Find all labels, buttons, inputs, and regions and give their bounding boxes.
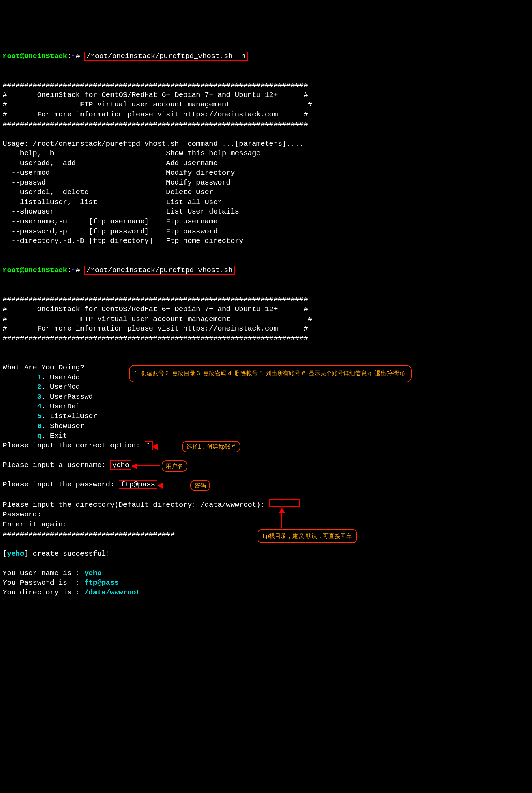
prompt-user-host-2: root@OneinStack — [3, 266, 67, 274]
usage-l1a: --help, -h — [3, 149, 54, 157]
annotation-menu-items: 1. 创建账号 2. 更改目录 3. 更改密码 4. 删除帐号 5. 列出所有账… — [129, 365, 412, 382]
usage-l2a: --useradd,--add — [3, 159, 76, 167]
enter-again: Enter it again: — [3, 520, 72, 528]
usage-l7a: --showuser — [3, 208, 54, 216]
usage-l10b: Ftp home directory — [166, 237, 243, 245]
menu-item-2-num: 2 — [37, 383, 42, 391]
annotation-username-pill: 用户名 — [162, 460, 187, 472]
menu-header: What Are You Doing? — [3, 364, 84, 371]
banner-line1-prefix: # — [3, 91, 37, 99]
banner-line3-suffix: # — [278, 111, 308, 118]
menu-item-3-num: 3 — [37, 393, 42, 401]
banner2-line1-suffix: # — [278, 305, 308, 313]
result-username-value: yeho — [84, 569, 101, 577]
arrow-option-icon — [153, 446, 180, 446]
command-1[interactable]: /root/oneinstack/pureftpd_vhost.sh -h — [84, 52, 247, 61]
result-directory-value: /data/wwwroot — [84, 589, 140, 597]
banner2-line3-prefix: # — [3, 325, 37, 333]
banner-line1-text: OneinStack for CentOS/RedHat 6+ Debian 7… — [37, 91, 278, 99]
prompt-colon: : — [67, 52, 72, 60]
result-hashline: ######################################## — [3, 530, 175, 538]
menu-item-q-num: q — [37, 432, 42, 440]
annotation-password-pill: 密码 — [190, 480, 210, 491]
prompt-path-2: ~ — [72, 266, 76, 274]
password-input[interactable]: ftp@pass — [119, 480, 157, 489]
banner2-line3-text: For more information please visit https:… — [37, 325, 278, 333]
usage-l4b: Modify password — [166, 179, 231, 187]
success-open: [ — [3, 550, 7, 558]
arrow-directory-icon — [281, 508, 282, 528]
banner2-line2-prefix: # — [3, 315, 80, 323]
arrow-password-icon — [158, 485, 189, 485]
menu-item-5-num: 5 — [37, 412, 42, 420]
usage-l9b: Ftp password — [166, 227, 218, 235]
option-prompt: Please input the correct option: — [3, 442, 145, 450]
banner2-line2-suffix: # — [231, 315, 312, 323]
menu-item-3-label: UserPasswd — [50, 393, 93, 401]
menu-item-6-num: 6 — [37, 422, 42, 430]
success-user: yeho — [7, 550, 24, 558]
banner-line3-prefix: # — [3, 111, 37, 118]
usage-l8a: --username,-u [ftp username] — [3, 218, 149, 225]
command-2[interactable]: /root/oneinstack/pureftpd_vhost.sh — [84, 266, 234, 275]
password-prompt: Please input the password: — [3, 481, 119, 488]
arrow-username-icon — [132, 465, 160, 466]
directory-prompt: Please input the directory(Default direc… — [3, 501, 269, 509]
username-input[interactable]: yeho — [110, 460, 131, 470]
prompt-hash: # — [76, 52, 84, 60]
banner-line3-text: For more information please visit https:… — [37, 111, 278, 118]
menu-item-6-label: ShowUser — [50, 422, 85, 430]
banner2-line1-text: OneinStack for CentOS/RedHat 6+ Debian 7… — [37, 305, 278, 313]
banner-hashline-top: ########################################… — [3, 81, 308, 89]
result-username-label: You user name is : — [3, 569, 84, 577]
menu-item-4-label: UserDel — [50, 402, 80, 410]
usage-header: Usage: /root/oneinstack/pureftpd_vhost.s… — [3, 140, 304, 148]
usage-l3b: Modify directory — [166, 169, 235, 177]
usage-l5a: --userdel,--delete — [3, 188, 89, 196]
banner2-hashline-top: ########################################… — [3, 295, 308, 303]
menu-item-1-label: UserAdd — [50, 373, 80, 381]
usage-l8b: Ftp username — [166, 218, 218, 225]
password-label: Password: — [3, 511, 46, 518]
banner2-line1-prefix: # — [3, 305, 37, 313]
result-directory-label: You directory is : — [3, 589, 84, 597]
menu-item-4-num: 4 — [37, 402, 42, 410]
result-password-label: You Password is : — [3, 579, 84, 587]
annotation-option-pill: 选择1，创建ftp账号 — [182, 441, 240, 452]
menu-item-2-label: UserMod — [50, 383, 80, 391]
directory-input[interactable] — [269, 499, 300, 507]
banner-line2-text: FTP virtual user account management — [80, 101, 231, 108]
banner-line1-suffix: # — [278, 91, 308, 99]
usage-l6a: --listalluser,--list — [3, 198, 97, 206]
usage-l6b: List all User — [166, 198, 222, 206]
banner2-line3-suffix: # — [278, 325, 308, 333]
usage-l4a: --passwd — [3, 179, 46, 187]
option-input[interactable]: 1 — [145, 441, 153, 450]
prompt-hash-2: # — [76, 266, 84, 274]
result-password-value: ftp@pass — [84, 579, 119, 587]
usage-l3a: --usermod — [3, 169, 50, 177]
banner-hashline-bottom: ########################################… — [3, 120, 308, 128]
usage-l2b: Add username — [166, 159, 218, 167]
usage-l7b: List User details — [166, 208, 239, 216]
menu-item-1-num: 1 — [37, 373, 42, 381]
success-close: ] create successful! — [24, 550, 110, 558]
username-prompt: Please input a username: — [3, 461, 110, 469]
banner-line2-suffix: # — [231, 101, 312, 108]
menu-item-5-label: ListAllUser — [50, 412, 98, 420]
prompt-colon-2: : — [67, 266, 72, 274]
usage-l9a: --password,-p [ftp password] — [3, 227, 149, 235]
annotation-directory-box: ftp根目录，建议 默认，可直接回车 — [258, 529, 357, 543]
menu-item-q-label: Exit — [50, 432, 67, 440]
banner2-line2-text: FTP virtual user account management — [80, 315, 231, 323]
banner2-hashline-bottom: ########################################… — [3, 335, 308, 342]
prompt-path: ~ — [72, 52, 76, 60]
banner-line2-prefix: # — [3, 101, 80, 108]
prompt-user-host: root@OneinStack — [3, 52, 67, 60]
usage-l5b: Delete User — [166, 188, 213, 196]
usage-l1b: Show this help message — [166, 149, 261, 157]
usage-l10a: --directory,-d,-D [ftp directory] — [3, 237, 153, 245]
